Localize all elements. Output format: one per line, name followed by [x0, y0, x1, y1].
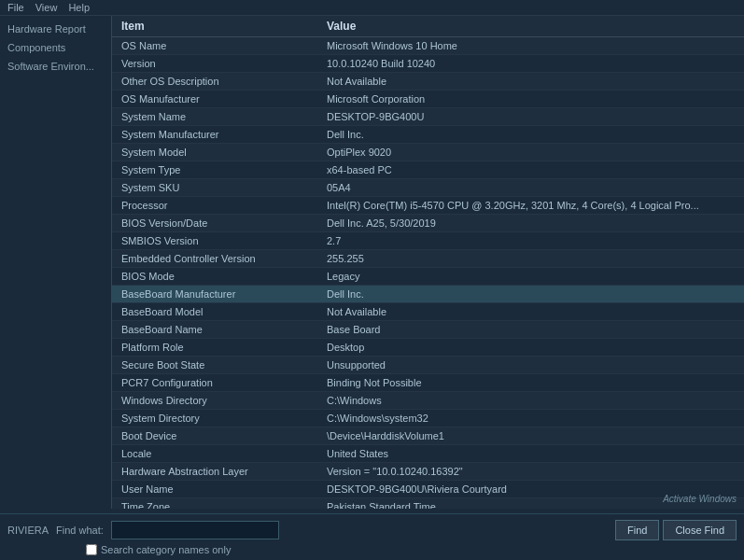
table-cell-value: 05A4 — [317, 179, 744, 197]
table-cell-value: Binding Not Possible — [317, 374, 744, 392]
checkbox-row: Search category names only — [0, 542, 744, 557]
table-cell-item: System Model — [112, 144, 317, 161]
content-area[interactable]: Item Value OS NameMicrosoft Windows 10 H… — [112, 16, 744, 509]
table-cell-item: System Type — [112, 161, 317, 179]
table-cell-item: Locale — [112, 445, 317, 463]
table-row: OS ManufacturerMicrosoft Corporation — [112, 91, 744, 108]
table-cell-item: Hardware Abstraction Layer — [112, 463, 317, 481]
table-cell-value: 255.255 — [317, 250, 744, 268]
find-buttons: Find Close Find — [615, 520, 737, 540]
table-cell-value: Dell Inc. — [317, 126, 744, 144]
table-cell-item: System Name — [112, 108, 317, 126]
table-cell-value: Version = "10.0.10240.16392" — [317, 463, 744, 481]
sidebar-item-software[interactable]: Software Environ... — [0, 57, 111, 76]
table-cell-value: Legacy — [317, 268, 744, 286]
table-row: OS NameMicrosoft Windows 10 Home — [112, 37, 744, 55]
table-row: BaseBoard ModelNot Available — [112, 303, 744, 321]
table-cell-item: PCR7 Configuration — [112, 374, 317, 392]
table-cell-item: Time Zone — [112, 498, 317, 510]
sidebar-item-components[interactable]: Components — [0, 38, 111, 57]
table-cell-value: x64-based PC — [317, 161, 744, 179]
table-cell-value: United States — [317, 445, 744, 463]
table-row: SMBIOS Version2.7 — [112, 232, 744, 250]
table-cell-item: Version — [112, 55, 317, 73]
sidebar: Hardware Report Components Software Envi… — [0, 16, 112, 509]
table-row: System ManufacturerDell Inc. — [112, 126, 744, 144]
table-row: Platform RoleDesktop — [112, 339, 744, 357]
table-cell-value: Base Board — [317, 321, 744, 339]
table-row: BIOS Version/DateDell Inc. A25, 5/30/201… — [112, 215, 744, 232]
menu-help[interactable]: Help — [68, 2, 90, 13]
table-row: ProcessorIntel(R) Core(TM) i5-4570 CPU @… — [112, 197, 744, 215]
main-container: Hardware Report Components Software Envi… — [0, 16, 744, 509]
table-cell-item: System Manufacturer — [112, 126, 317, 144]
find-row: RIVIERA Find what: Find Close Find — [0, 518, 744, 542]
table-row: System DirectoryC:\Windows\system32 — [112, 410, 744, 427]
table-cell-item: Windows Directory — [112, 392, 317, 410]
info-table: Item Value OS NameMicrosoft Windows 10 H… — [112, 16, 744, 509]
table-row: BIOS ModeLegacy — [112, 268, 744, 286]
table-row: Other OS DescriptionNot Available — [112, 73, 744, 91]
table-cell-value: 10.0.10240 Build 10240 — [317, 55, 744, 73]
table-row: Hardware Abstraction LayerVersion = "10.… — [112, 463, 744, 481]
table-cell-value: Dell Inc. — [317, 286, 744, 303]
table-row: System SKU05A4 — [112, 179, 744, 197]
table-cell-value: C:\Windows\system32 — [317, 410, 744, 427]
table-cell-value: Dell Inc. A25, 5/30/2019 — [317, 215, 744, 232]
table-cell-value: Unsupported — [317, 357, 744, 374]
menu-view[interactable]: View — [35, 2, 58, 13]
table-cell-item: Other OS Description — [112, 73, 317, 91]
checkbox-label: Search category names only — [101, 544, 231, 555]
table-row: LocaleUnited States — [112, 445, 744, 463]
table-cell-item: BIOS Mode — [112, 268, 317, 286]
table-cell-value: C:\Windows — [317, 392, 744, 410]
col-header-value: Value — [317, 16, 744, 37]
table-row: Time ZonePakistan Standard Time — [112, 498, 744, 510]
table-row: Secure Boot StateUnsupported — [112, 357, 744, 374]
table-cell-item: BaseBoard Name — [112, 321, 317, 339]
table-cell-value: \Device\HarddiskVolume1 — [317, 427, 744, 445]
table-cell-value: 2.7 — [317, 232, 744, 250]
menu-file[interactable]: File — [7, 2, 24, 13]
table-cell-item: Boot Device — [112, 427, 317, 445]
table-cell-value: Not Available — [317, 303, 744, 321]
activate-windows-notice: Activate Windows — [663, 494, 737, 504]
sidebar-item-hardware[interactable]: Hardware Report — [0, 20, 111, 38]
table-cell-item: OS Name — [112, 37, 317, 55]
table-row: Windows DirectoryC:\Windows — [112, 392, 744, 410]
table-cell-value: OptiPlex 9020 — [317, 144, 744, 161]
close-find-button[interactable]: Close Find — [663, 520, 737, 540]
table-cell-item: System Directory — [112, 410, 317, 427]
table-row: PCR7 ConfigurationBinding Not Possible — [112, 374, 744, 392]
table-cell-item: OS Manufacturer — [112, 91, 317, 108]
table-cell-item: BaseBoard Manufacturer — [112, 286, 317, 303]
find-input[interactable] — [111, 521, 279, 539]
table-cell-item: Embedded Controller Version — [112, 250, 317, 268]
table-row: Embedded Controller Version255.255 — [112, 250, 744, 268]
table-cell-item: BaseBoard Model — [112, 303, 317, 321]
status-bar: RIVIERA Find what: Find Close Find Searc… — [0, 513, 744, 560]
table-cell-value: Intel(R) Core(TM) i5-4570 CPU @ 3.20GHz,… — [317, 197, 744, 215]
table-cell-item: User Name — [112, 481, 317, 498]
riviera-label: RIVIERA — [7, 525, 49, 536]
table-cell-item: Secure Boot State — [112, 357, 317, 374]
menu-bar: File View Help — [0, 0, 744, 16]
table-row: BaseBoard NameBase Board — [112, 321, 744, 339]
table-row: System NameDESKTOP-9BG400U — [112, 108, 744, 126]
table-row: Version10.0.10240 Build 10240 — [112, 55, 744, 73]
table-row: User NameDESKTOP-9BG400U\Riviera Courtya… — [112, 481, 744, 498]
table-row: System ModelOptiPlex 9020 — [112, 144, 744, 161]
table-row: System Typex64-based PC — [112, 161, 744, 179]
table-cell-value: Microsoft Windows 10 Home — [317, 37, 744, 55]
table-cell-value: Not Available — [317, 73, 744, 91]
find-button[interactable]: Find — [615, 520, 659, 540]
col-header-item: Item — [112, 16, 317, 37]
table-cell-item: Processor — [112, 197, 317, 215]
table-cell-item: System SKU — [112, 179, 317, 197]
table-row: BaseBoard ManufacturerDell Inc. — [112, 286, 744, 303]
search-category-checkbox[interactable] — [86, 544, 97, 555]
table-cell-item: SMBIOS Version — [112, 232, 317, 250]
table-cell-value: Microsoft Corporation — [317, 91, 744, 108]
find-label: Find what: — [56, 525, 104, 536]
table-cell-value: Desktop — [317, 339, 744, 357]
